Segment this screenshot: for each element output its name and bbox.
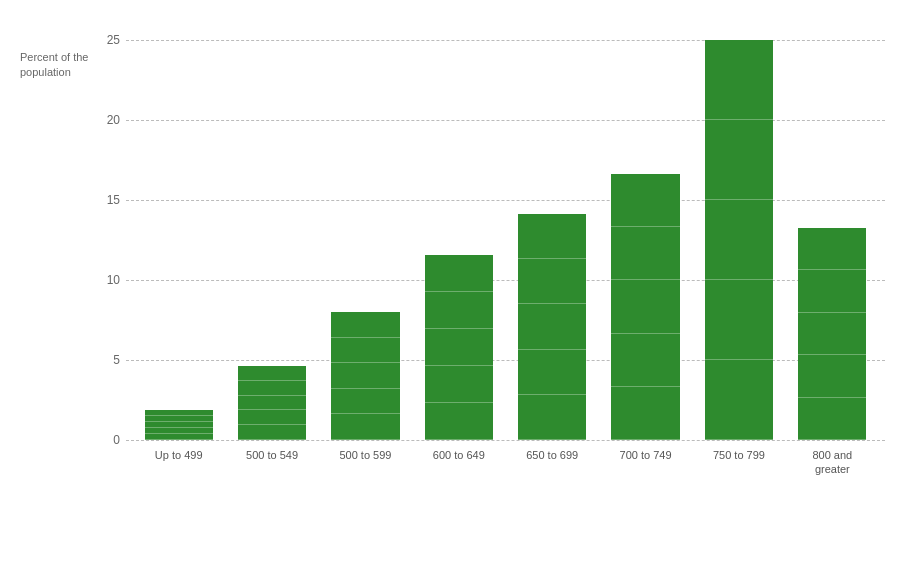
x-label: Up to 499: [136, 440, 221, 500]
grid-label: 10: [90, 273, 120, 287]
bar: [238, 366, 306, 440]
bar-group: [136, 40, 221, 440]
x-label: 650 to 699: [510, 440, 595, 500]
x-label: 500 to 549: [229, 440, 314, 500]
x-label: 800 andgreater: [790, 440, 875, 500]
grid-label: 20: [90, 113, 120, 127]
bar: [518, 214, 586, 440]
grid-label: 25: [90, 33, 120, 47]
bar-group: [229, 40, 314, 440]
grid-label: 5: [90, 353, 120, 367]
chart-inner: 2520151050 Up to 499500 to 549500 to 599…: [90, 40, 885, 500]
bar-group: [790, 40, 875, 440]
x-labels: Up to 499500 to 549500 to 599600 to 6496…: [126, 440, 885, 500]
x-label: 500 to 599: [323, 440, 408, 500]
bar: [145, 410, 213, 440]
bar: [705, 40, 773, 440]
grid-label: 15: [90, 193, 120, 207]
bar-group: [603, 40, 688, 440]
x-label: 700 to 749: [603, 440, 688, 500]
bar: [798, 228, 866, 440]
bar-group: [510, 40, 595, 440]
y-axis-label: Percent of thepopulation: [20, 40, 90, 500]
bar: [331, 312, 399, 440]
grid-label: 0: [90, 433, 120, 447]
bar-group: [696, 40, 781, 440]
bar-group: [323, 40, 408, 440]
bar: [611, 174, 679, 440]
x-label: 600 to 649: [416, 440, 501, 500]
x-label: 750 to 799: [696, 440, 781, 500]
bars-area: [126, 40, 885, 440]
chart-area: Percent of thepopulation 2520151050 Up t…: [20, 40, 885, 500]
chart-container: Percent of thepopulation 2520151050 Up t…: [0, 0, 905, 588]
bar-group: [416, 40, 501, 440]
bar: [425, 255, 493, 440]
